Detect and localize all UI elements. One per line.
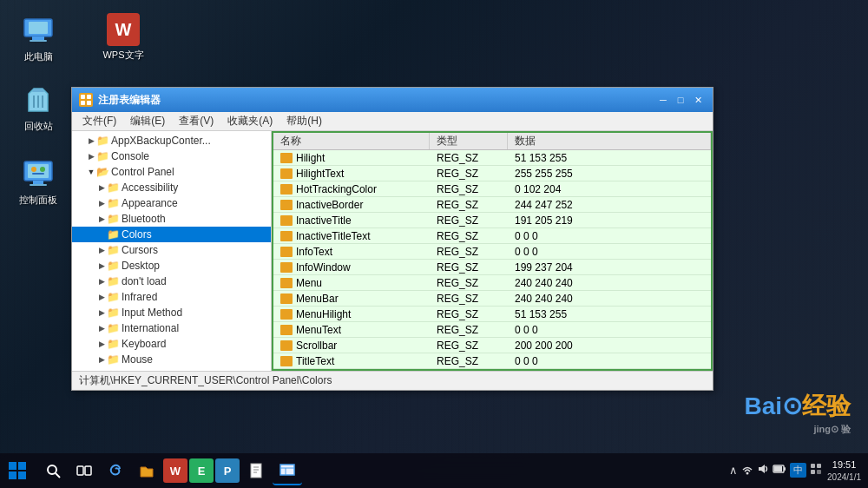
folder-icon: 📂 — [96, 167, 108, 177]
tree-item-infrared[interactable]: ▶ 📁 Infrared — [72, 289, 271, 305]
table-row[interactable]: InactiveTitleText REG_SZ 0 0 0 — [273, 228, 711, 244]
taskbar-wps-red[interactable]: W — [163, 458, 187, 483]
tree-item-keyboard[interactable]: ▶ 📁 Keyboard — [72, 336, 271, 352]
menu-help[interactable]: 帮助(H) — [279, 112, 329, 130]
start-button[interactable] — [0, 453, 35, 488]
svg-rect-17 — [87, 101, 91, 105]
table-row[interactable]: Hilight REG_SZ 51 153 255 — [273, 150, 711, 166]
reg-cell-type: REG_SZ — [430, 213, 508, 228]
taskbar-regedit[interactable] — [273, 456, 302, 485]
tree-item-console[interactable]: ▶ 📁 Console — [72, 148, 271, 164]
taskbar-wps-blue[interactable]: P — [215, 458, 240, 483]
taskbar: W E P ∧ 中 — [0, 453, 868, 488]
folder-icon: 📁 — [107, 339, 119, 349]
tree-item-desktop[interactable]: ▶ 📁 Desktop — [72, 258, 271, 274]
taskbar-task-view[interactable] — [69, 456, 99, 485]
taskbar-search[interactable] — [38, 456, 68, 485]
svg-rect-39 — [811, 470, 815, 474]
wps-label: WPS文字 — [102, 49, 143, 61]
table-row[interactable]: MenuBar REG_SZ 240 240 240 — [273, 291, 711, 307]
tray-action-center[interactable] — [810, 463, 822, 478]
tree-item-accessibility[interactable]: ▶ 📁 Accessibility — [72, 180, 271, 195]
status-path: 计算机\HKEY_CURRENT_USER\Control Panel\Colo… — [79, 373, 332, 388]
taskbar-clock[interactable]: 19:51 2024/1/1 — [827, 458, 861, 482]
tree-item-input-method[interactable]: ▶ 📁 Input Method — [72, 305, 271, 320]
tray-volume[interactable] — [757, 463, 769, 478]
window-titlebar: 注册表编辑器 ─ □ ✕ — [72, 88, 713, 112]
folder-icon: 📁 — [107, 198, 119, 208]
tree-item-appx[interactable]: ▶ 📁 AppXBackupConter... — [72, 133, 271, 148]
svg-point-22 — [48, 465, 56, 474]
control-panel-label: 控制面板 — [19, 195, 57, 206]
reg-cell-name: TitleText — [273, 353, 430, 368]
table-row[interactable]: InactiveTitle REG_SZ 191 205 219 — [273, 213, 711, 228]
table-body[interactable]: Hilight REG_SZ 51 153 255 HilightText RE… — [273, 150, 711, 369]
table-row[interactable]: HotTrackingColor REG_SZ 0 102 204 — [273, 181, 711, 197]
svg-rect-35 — [774, 466, 782, 472]
tree-item-personalization[interactable]: ▶ 📁 Personalization — [72, 367, 271, 371]
reg-cell-data: 51 153 255 — [508, 150, 711, 165]
reg-value-icon — [280, 247, 293, 257]
svg-rect-10 — [30, 184, 47, 186]
desktop-icon-wps[interactable]: W WPS文字 — [95, 13, 151, 61]
desktop-icon-recycle[interactable]: 回收站 — [10, 82, 66, 132]
reg-name-text: InactiveBorder — [296, 199, 363, 211]
tree-item-control-panel[interactable]: ▼ 📂 Control Panel — [72, 164, 271, 180]
svg-rect-20 — [9, 472, 16, 479]
desktop-icon-this-pc[interactable]: 此电脑 — [10, 13, 66, 63]
svg-rect-1 — [29, 22, 48, 34]
reg-cell-type: REG_SZ — [430, 181, 508, 196]
tree-item-dontload[interactable]: ▶ 📁 don't load — [72, 274, 271, 289]
tree-item-bluetooth[interactable]: ▶ 📁 Bluetooth — [72, 211, 271, 227]
folder-icon: 📁 — [107, 323, 119, 333]
reg-cell-data: 0 0 0 — [508, 244, 711, 259]
close-button[interactable]: ✕ — [690, 92, 706, 108]
registry-panel: 名称 类型 数据 Hilight REG_SZ 51 153 255 Hilig… — [272, 131, 713, 371]
tray-network[interactable] — [741, 463, 753, 478]
clock-time: 19:51 — [832, 458, 857, 471]
table-row[interactable]: MenuHilight REG_SZ 51 153 255 — [273, 307, 711, 322]
tree-label: Input Method — [122, 307, 182, 319]
tree-item-appearance[interactable]: ▶ 📁 Appearance — [72, 195, 271, 211]
reg-cell-type: REG_SZ — [430, 197, 508, 212]
table-row[interactable]: InactiveBorder REG_SZ 244 247 252 — [273, 197, 711, 213]
maximize-button[interactable]: □ — [673, 92, 688, 108]
reg-cell-data: 0 102 204 — [508, 181, 711, 196]
svg-rect-18 — [9, 462, 16, 470]
taskbar-explorer[interactable] — [132, 456, 161, 485]
tray-battery[interactable] — [773, 464, 786, 477]
table-row[interactable]: InfoText REG_SZ 0 0 0 — [273, 244, 711, 260]
table-row[interactable]: Scrollbar REG_SZ 200 200 200 — [273, 338, 711, 353]
table-row[interactable]: InfoWindow REG_SZ 199 237 204 — [273, 260, 711, 275]
tree-item-international[interactable]: ▶ 📁 International — [72, 320, 271, 336]
menu-view[interactable]: 查看(V) — [172, 112, 220, 130]
tree-item-cursors[interactable]: ▶ 📁 Cursors — [72, 242, 271, 258]
tree-panel[interactable]: ▶ 📁 AppXBackupConter... ▶ 📁 Console ▼ 📂 … — [72, 131, 272, 371]
minimize-button[interactable]: ─ — [655, 92, 671, 108]
taskbar-wps-green[interactable]: E — [189, 458, 214, 483]
taskbar-edge[interactable] — [101, 456, 130, 485]
menu-file[interactable]: 文件(F) — [76, 112, 123, 130]
taskbar-notepad[interactable] — [241, 456, 271, 485]
table-row[interactable]: TitleText REG_SZ 0 0 0 — [273, 353, 711, 369]
taskbar-right: ∧ 中 19:51 2024/1/1 — [722, 458, 868, 482]
svg-point-12 — [40, 167, 45, 172]
menu-favorites[interactable]: 收藏夹(A) — [220, 112, 279, 130]
tree-item-mouse[interactable]: ▶ 📁 Mouse — [72, 352, 271, 367]
menu-edit[interactable]: 编辑(E) — [123, 112, 172, 130]
taskbar-apps: W E P — [35, 456, 722, 485]
reg-cell-name: HotTrackingColor — [273, 181, 430, 196]
table-row[interactable]: HilightText REG_SZ 255 255 255 — [273, 166, 711, 181]
tree-label: AppXBackupConter... — [111, 135, 211, 147]
reg-cell-name: InactiveBorder — [273, 197, 430, 212]
table-row[interactable]: Menu REG_SZ 240 240 240 — [273, 275, 711, 291]
tree-item-colors[interactable]: 📁 Colors — [72, 227, 271, 242]
tray-expand[interactable]: ∧ — [729, 464, 738, 477]
desktop-icon-control-panel[interactable]: 控制面板 — [10, 156, 66, 206]
reg-name-text: MenuBar — [296, 293, 339, 305]
tree-arrow: ▶ — [96, 198, 107, 208]
reg-value-icon — [280, 325, 293, 335]
tray-language[interactable]: 中 — [790, 463, 806, 478]
table-row[interactable]: MenuText REG_SZ 0 0 0 — [273, 322, 711, 338]
tree-arrow: ▶ — [86, 135, 96, 146]
